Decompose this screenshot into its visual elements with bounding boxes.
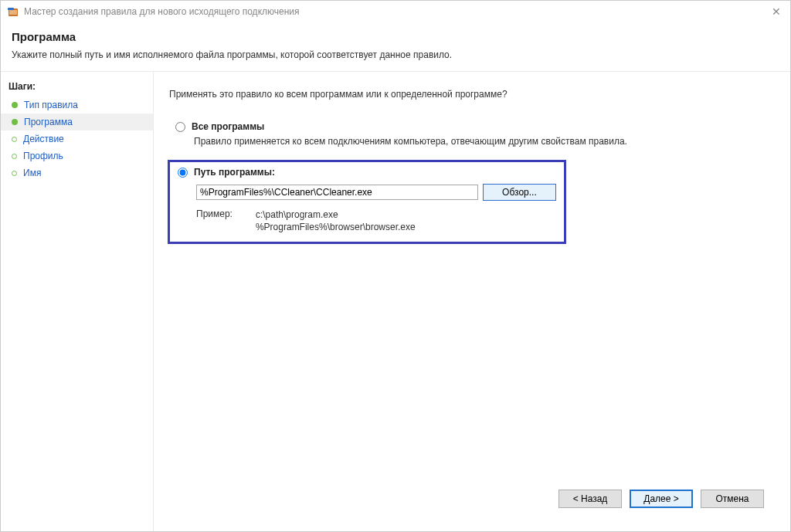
program-path-input[interactable] — [196, 185, 478, 200]
step-name[interactable]: Имя — [1, 164, 153, 181]
window-title: Мастер создания правила для нового исход… — [24, 6, 300, 17]
example-paths: c:\path\program.exe %ProgramFiles%\brows… — [256, 208, 416, 233]
radio-program-path[interactable] — [178, 168, 188, 178]
svg-rect-2 — [9, 10, 17, 15]
browse-button[interactable]: Обзор... — [483, 184, 556, 201]
header: Программа Укажите полный путь и имя испо… — [1, 22, 790, 71]
option-path-label: Путь программы: — [194, 167, 275, 178]
step-label: Тип правила — [24, 100, 78, 110]
option-all-programs: Все программы Правило применяется ко все… — [171, 118, 776, 154]
step-program[interactable]: Программа — [1, 114, 153, 130]
step-label: Действие — [23, 134, 64, 144]
bullet-icon — [12, 119, 18, 125]
bullet-icon — [12, 137, 17, 142]
question-text: Применять это правило ко всем программам… — [169, 89, 776, 100]
svg-rect-1 — [8, 8, 14, 10]
titlebar: Мастер создания правила для нового исход… — [1, 1, 790, 22]
step-profile[interactable]: Профиль — [1, 147, 153, 164]
highlighted-selection: Путь программы: Обзор... Пример: c:\path… — [168, 160, 566, 243]
close-icon[interactable]: ✕ — [769, 5, 784, 18]
back-button[interactable]: < Назад — [558, 490, 622, 508]
cancel-button[interactable]: Отмена — [701, 490, 764, 508]
main-panel: Применять это правило ко всем программам… — [154, 72, 790, 531]
app-icon — [7, 5, 19, 18]
radio-all-programs[interactable] — [175, 122, 185, 132]
step-label: Имя — [23, 168, 41, 178]
page-title: Программа — [12, 30, 779, 43]
step-label: Программа — [24, 117, 73, 127]
step-rule-type[interactable]: Тип правила — [1, 97, 153, 114]
bullet-icon — [12, 102, 18, 108]
page-subtitle: Укажите полный путь и имя исполняемого ф… — [12, 49, 779, 60]
step-label: Профиль — [23, 151, 63, 161]
wizard-window: Мастер создания правила для нового исход… — [0, 0, 791, 532]
option-all-label: Все программы — [192, 121, 264, 132]
option-all-desc: Правило применяется ко всем подключениям… — [194, 135, 772, 147]
wizard-buttons: < Назад Далее > Отмена — [168, 479, 776, 519]
sidebar-heading: Шаги: — [1, 78, 153, 97]
bullet-icon — [12, 171, 17, 176]
step-action[interactable]: Действие — [1, 130, 153, 147]
steps-sidebar: Шаги: Тип правила Программа Действие Про… — [1, 72, 154, 531]
example-label: Пример: — [196, 208, 233, 233]
next-button[interactable]: Далее > — [630, 490, 693, 508]
bullet-icon — [12, 154, 17, 159]
